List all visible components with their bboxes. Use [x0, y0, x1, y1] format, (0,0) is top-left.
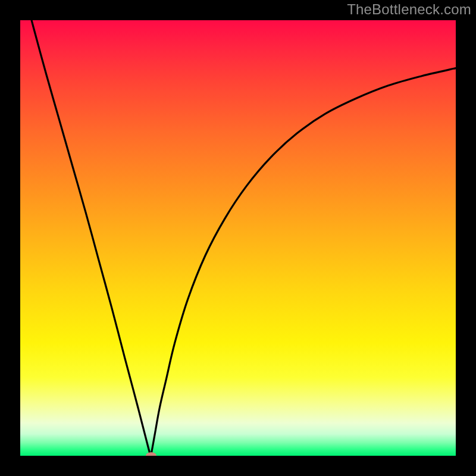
bottleneck-curve [20, 20, 456, 456]
plot-area [20, 20, 456, 456]
minimum-marker [146, 452, 156, 456]
chart-frame: TheBottleneck.com [0, 0, 476, 476]
watermark-text: TheBottleneck.com [347, 1, 471, 18]
